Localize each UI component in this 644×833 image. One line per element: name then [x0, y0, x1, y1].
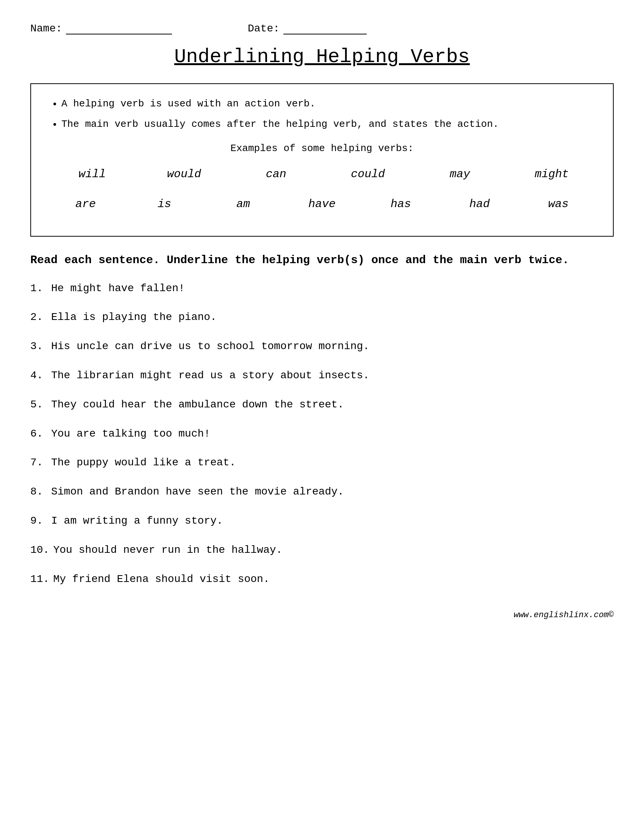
sentence-item: 11.My friend Elena should visit soon. [30, 571, 614, 588]
sentence-text: The librarian might read us a story abou… [51, 367, 369, 384]
sentence-number: 2. [30, 309, 47, 326]
sentence-text: He might have fallen! [51, 280, 185, 297]
instructions: Read each sentence. Underline the helpin… [30, 252, 614, 269]
sentence-item: 6.You are talking too much! [30, 426, 614, 442]
bullet-list: A helping verb is used with an action ve… [46, 95, 598, 132]
name-line [66, 24, 172, 34]
sentence-number: 9. [30, 513, 47, 530]
verb-item: was [539, 195, 577, 214]
sentence-text: Simon and Brandon have seen the movie al… [51, 484, 344, 500]
footer: www.englishlinx.com© [30, 610, 614, 620]
sentence-text: You are talking too much! [51, 426, 210, 442]
sentence-item: 5.They could hear the ambulance down the… [30, 396, 614, 413]
verb-row-2: areisamhavehashadwas [46, 195, 598, 214]
sentence-number: 5. [30, 396, 47, 413]
sentence-item: 1.He might have fallen! [30, 280, 614, 297]
sentence-number: 11. [30, 571, 49, 588]
page-title: Underlining Helping Verbs [30, 46, 614, 68]
verb-item: might [533, 165, 571, 184]
sentence-item: 7.The puppy would like a treat. [30, 454, 614, 471]
verb-table: willwouldcancouldmaymight areisamhavehas… [46, 165, 598, 214]
verb-item: are [67, 195, 105, 214]
verb-item: can [257, 165, 295, 184]
sentence-item: 2.Ella is playing the piano. [30, 309, 614, 326]
sentence-text: My friend Elena should visit soon. [53, 571, 269, 588]
name-field: Name: [30, 23, 172, 34]
bullet-item-2: The main verb usually comes after the he… [61, 116, 598, 132]
sentence-text: They could hear the ambulance down the s… [51, 396, 344, 413]
sentence-number: 1. [30, 280, 47, 297]
sentence-text: Ella is playing the piano. [51, 309, 217, 326]
date-line [283, 24, 367, 34]
sentence-number: 10. [30, 542, 49, 559]
sentence-text: You should never run in the hallway. [53, 542, 282, 559]
sentence-number: 3. [30, 338, 47, 355]
verb-item: have [303, 195, 341, 214]
sentence-text: The puppy would like a treat. [51, 454, 236, 471]
sentence-item: 4.The librarian might read us a story ab… [30, 367, 614, 384]
verb-item: may [441, 165, 479, 184]
sentence-list: 1.He might have fallen!2.Ella is playing… [30, 280, 614, 588]
verb-item: could [349, 165, 387, 184]
verb-item: is [145, 195, 184, 214]
header: Name: Date: [30, 23, 614, 34]
sentence-item: 9.I am writing a funny story. [30, 513, 614, 530]
sentence-number: 8. [30, 484, 47, 500]
verb-item: am [224, 195, 262, 214]
date-field: Date: [248, 23, 367, 34]
verb-item: would [165, 165, 203, 184]
sentence-item: 3.His uncle can drive us to school tomor… [30, 338, 614, 355]
info-box: A helping verb is used with an action ve… [30, 83, 614, 236]
sentence-text: His uncle can drive us to school tomorro… [51, 338, 369, 355]
sentence-text: I am writing a funny story. [51, 513, 223, 530]
verb-item: has [382, 195, 420, 214]
examples-title: Examples of some helping verbs: [46, 140, 598, 157]
date-label: Date: [248, 23, 280, 34]
sentence-number: 7. [30, 454, 47, 471]
verb-item: had [460, 195, 499, 214]
verb-row-1: willwouldcancouldmaymight [46, 165, 598, 184]
sentence-number: 4. [30, 367, 47, 384]
sentence-item: 8.Simon and Brandon have seen the movie … [30, 484, 614, 500]
name-label: Name: [30, 23, 62, 34]
verb-item: will [73, 165, 111, 184]
bullet-item-1: A helping verb is used with an action ve… [61, 95, 598, 112]
sentence-item: 10.You should never run in the hallway. [30, 542, 614, 559]
sentence-number: 6. [30, 426, 47, 442]
